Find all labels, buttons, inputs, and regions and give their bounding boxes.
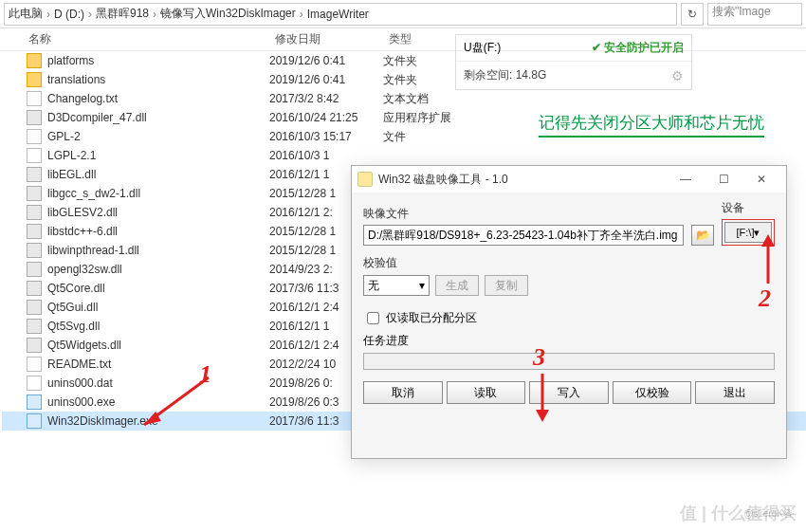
crumb[interactable]: 黑群晖918 [96, 6, 149, 22]
hash-generate-button[interactable]: 生成 [435, 275, 479, 296]
chevron-right-icon: › [153, 8, 156, 21]
file-name: libstdc++-6.dll [47, 225, 269, 238]
folder-icon [27, 53, 42, 68]
minimize-button[interactable]: — [667, 168, 705, 191]
file-type: 文件夹 [383, 53, 459, 69]
folder-open-icon: 📂 [696, 229, 710, 242]
txt-icon [27, 376, 42, 391]
chevron-down-icon: ▾ [419, 279, 425, 292]
marker-1: 1 [199, 360, 211, 389]
txt-icon [27, 129, 42, 144]
write-button[interactable]: 写入 [529, 381, 609, 404]
file-name: libEGL.dll [47, 168, 269, 181]
read-alloc-only-checkbox[interactable] [367, 312, 379, 324]
file-name: libgcc_s_dw2-1.dll [47, 187, 269, 200]
file-name: Qt5Core.dll [47, 282, 269, 295]
crumb[interactable]: D (D:) [54, 8, 84, 21]
hash-copy-button[interactable]: 复制 [485, 275, 528, 296]
file-name: opengl32sw.dll [47, 263, 269, 276]
close-button[interactable]: ✕ [742, 168, 780, 191]
app-icon [357, 172, 373, 187]
file-name: unins000.exe [47, 395, 269, 409]
marker-2: 2 [759, 284, 771, 313]
file-name: platforms [47, 54, 269, 67]
dll-icon [27, 262, 42, 277]
dll-icon [27, 319, 42, 334]
file-row[interactable]: Changelog.txt2017/3/2 8:42文本文档 [2, 89, 806, 108]
file-name: Qt5Svg.dll [47, 320, 269, 333]
txt-icon [27, 91, 42, 106]
shield-status: ✔ 安全防护已开启 [592, 40, 684, 56]
chevron-right-icon: › [88, 8, 92, 21]
drive-info-panel: U盘(F:) ✔ 安全防护已开启 剩余空间: 14.8G ⚙ [455, 34, 692, 90]
file-name: Qt5Widgets.dll [47, 339, 269, 352]
file-date: 2019/12/6 0:41 [269, 54, 383, 67]
device-select[interactable]: [F:\] ▾ [724, 222, 772, 243]
progress-label: 任务进度 [363, 333, 775, 349]
dialog-titlebar[interactable]: Win32 磁盘映像工具 - 1.0 — ☐ ✕ [352, 166, 786, 193]
crumb[interactable]: 此电脑 [9, 6, 43, 22]
dll-icon [27, 205, 42, 220]
free-label: 剩余空间: [464, 68, 512, 82]
hash-mode-select[interactable]: 无▾ [363, 275, 430, 296]
txt-icon [27, 148, 42, 163]
file-name: Qt5Gui.dll [47, 301, 269, 314]
file-type: 文件 [383, 129, 459, 145]
crumb[interactable]: 镜像写入Win32DiskImager [160, 6, 296, 22]
chevron-right-icon: › [300, 8, 303, 21]
file-date: 2016/10/3 15:17 [269, 130, 383, 143]
dll-icon [27, 224, 42, 239]
dialog-title: Win32 磁盘映像工具 - 1.0 [378, 172, 508, 188]
drive-label: U盘(F:) [464, 40, 501, 56]
image-path-input[interactable] [363, 225, 684, 246]
read-alloc-only-label: 仅读取已分配分区 [386, 310, 477, 326]
chevron-right-icon: › [46, 8, 50, 21]
shield-icon: ✔ [592, 41, 601, 54]
crumb[interactable]: ImageWriter [307, 8, 369, 21]
watermark-sub: @s1eroK容 [743, 507, 793, 521]
txt-icon [27, 357, 42, 372]
file-name: LGPL-2.1 [47, 149, 269, 162]
image-file-label: 映像文件 [363, 206, 684, 222]
col-date[interactable]: 修改日期 [275, 31, 389, 47]
maximize-button[interactable]: ☐ [705, 168, 742, 191]
read-button[interactable]: 读取 [447, 381, 526, 404]
breadcrumb[interactable]: 此电脑› D (D:)› 黑群晖918› 镜像写入Win32DiskImager… [4, 3, 677, 26]
file-name: unins000.dat [47, 376, 269, 390]
dll-icon [27, 167, 42, 182]
folder-icon [27, 72, 42, 87]
file-name: libwinpthread-1.dll [47, 244, 269, 257]
file-name: libGLESV2.dll [47, 206, 269, 219]
browse-button[interactable]: 📂 [691, 225, 714, 246]
file-name: Changelog.txt [47, 92, 269, 105]
col-name[interactable]: 名称 [28, 31, 275, 47]
dll-icon [27, 243, 42, 258]
file-name: D3Dcompiler_47.dll [47, 111, 269, 124]
exe-icon [27, 394, 42, 410]
dll-icon [27, 110, 42, 125]
file-date: 2017/3/2 8:42 [269, 92, 383, 105]
file-name: translations [47, 73, 269, 86]
file-name: README.txt [47, 358, 269, 371]
file-name: Win32DiskImager.exe [47, 414, 269, 428]
refresh-button[interactable]: ↻ [681, 3, 704, 26]
disk-imager-dialog: Win32 磁盘映像工具 - 1.0 — ☐ ✕ 映像文件 📂 设备 [F:\]… [351, 165, 787, 459]
col-type[interactable]: 类型 [389, 31, 465, 47]
file-date: 2019/12/6 0:41 [269, 73, 383, 86]
dll-icon [27, 300, 42, 315]
hash-label: 校验值 [363, 255, 775, 271]
file-row[interactable]: LGPL-2.12016/10/3 1 [2, 146, 806, 165]
gear-icon[interactable]: ⚙ [671, 68, 684, 83]
device-highlight: [F:\] ▾ [722, 219, 775, 246]
verify-button[interactable]: 仅校验 [613, 381, 692, 404]
exe-icon [27, 413, 42, 429]
device-label: 设备 [722, 200, 775, 216]
file-type: 文件夹 [383, 72, 459, 88]
file-type: 文本文档 [383, 91, 459, 107]
exit-button[interactable]: 退出 [695, 381, 775, 404]
cancel-button[interactable]: 取消 [363, 381, 443, 404]
search-input[interactable]: 搜索"Image [707, 3, 802, 26]
file-name: GPL-2 [47, 130, 269, 143]
file-date: 2016/10/3 1 [269, 149, 383, 162]
file-type: 应用程序扩展 [383, 110, 459, 126]
